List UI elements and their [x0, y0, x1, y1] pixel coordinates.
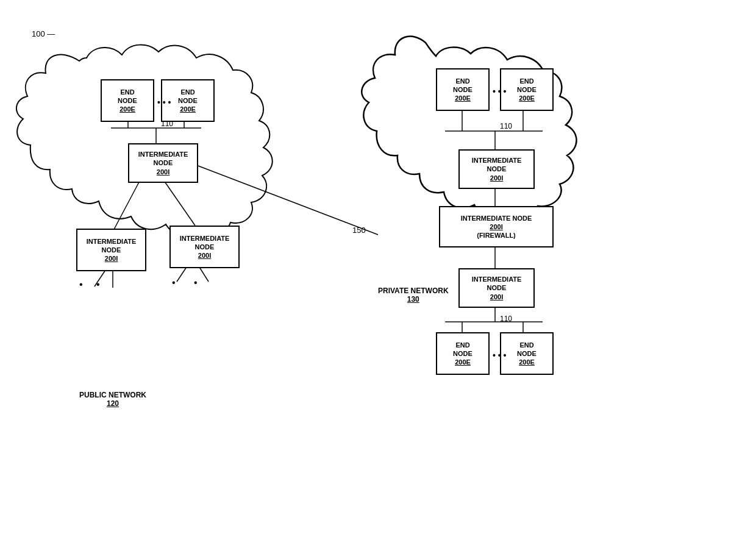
end-node-right-bot-1: END NODE 200E: [436, 332, 490, 375]
dots-right-br: •: [194, 277, 198, 288]
inter-node-left-left: INTERMEDIATE NODE 200I: [76, 229, 146, 271]
label-110-right-bot: 110: [500, 315, 512, 323]
dots-left-br: •: [96, 279, 100, 290]
dots-top-right: • • •: [493, 87, 506, 96]
inter-node-firewall: INTERMEDIATE NODE 200I (FIREWALL): [439, 206, 554, 247]
end-node-left-top-1: END NODE 200E: [101, 79, 154, 122]
svg-line-10: [185, 161, 378, 235]
inter-node-right-1: INTERMEDIATE NODE 200I: [458, 149, 535, 189]
end-node-right-bot-2: END NODE 200E: [500, 332, 554, 375]
end-node-right-top-2: END NODE 200E: [500, 68, 554, 111]
label-110-left: 110: [161, 119, 173, 128]
inter-node-left-top: INTERMEDIATE NODE 200I: [128, 143, 198, 183]
svg-line-4: [113, 180, 140, 232]
dots-bot-right: • • •: [493, 351, 506, 360]
dots-top-left: • • •: [157, 98, 171, 107]
inter-node-right-3: INTERMEDIATE NODE 200I: [458, 268, 535, 308]
end-node-right-top-1: END NODE 200E: [436, 68, 490, 111]
inter-node-left-right: INTERMEDIATE NODE 200I: [169, 226, 240, 268]
label-150: 150: [352, 226, 366, 235]
private-network-label: PRIVATE NETWORK130: [378, 286, 449, 304]
dots-right-bl: •: [172, 277, 176, 288]
dots-left-bl: •: [79, 279, 83, 290]
public-network-label: PUBLIC NETWORK120: [79, 391, 146, 408]
ref-label: 100 —: [32, 29, 55, 38]
diagram: 100 —: [0, 0, 756, 548]
svg-line-5: [163, 180, 195, 226]
label-110-right-top: 110: [500, 122, 512, 130]
